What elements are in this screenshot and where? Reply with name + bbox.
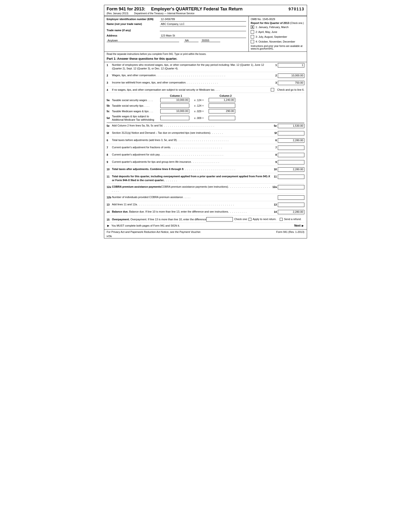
line-1-amount[interactable]: 1 <box>278 63 304 67</box>
address-row: Address 123 Main St <box>107 34 246 38</box>
line-9-row: 9 Current quarter's adjustments for tips… <box>107 160 304 166</box>
line-11-row: 11 Total deposits for this quarter, incl… <box>107 175 304 183</box>
line-5f-desc: Section 3121(q) Notice and Demand – Tax … <box>112 131 272 135</box>
quarter-2-checkbox[interactable] <box>251 30 254 34</box>
col2-header: Column 2 <box>211 94 240 97</box>
line-15-checkone: Check one: Apply to next return. Send a … <box>234 218 301 221</box>
rev-date: (Rev. January 2013) <box>107 12 128 15</box>
line-8-row: 8 Current quarter's adjustment for sick … <box>107 153 304 159</box>
line-5f-amount[interactable] <box>278 131 304 135</box>
line-7-amount[interactable] <box>278 146 304 150</box>
lines-section: 1 Number of employees who received wages… <box>104 62 307 229</box>
name-value[interactable]: ABC Company, LLC <box>160 22 246 26</box>
form-number: Form 941 for 2013: <box>107 7 145 12</box>
line-5e-desc: Add Column 2 from lines 5a, 5b, 5c and 5… <box>112 124 272 127</box>
omb-number: OMB No. 1545-0029 <box>251 18 305 20</box>
line-12b-num: 12b <box>107 195 112 199</box>
quarter-3-checkbox[interactable] <box>251 35 254 38</box>
line-5c-row: 5c Taxable Medicare wages & tips . . . 1… <box>107 109 304 114</box>
quarter-3-label: 3: July, August, September <box>256 35 287 38</box>
line-12b-row: 12b Number of individuals provided COBRA… <box>107 195 304 201</box>
employer-info-panel: Employer identification number (EIN) 12-… <box>104 16 249 51</box>
line-5a-num: 5a <box>107 99 112 102</box>
form-header: Form 941 for 2013: Employer's QUARTERLY … <box>104 5 307 16</box>
line-5a-desc: Taxable social security wages . . . . <box>112 98 160 102</box>
line-8-amount[interactable] <box>278 153 304 157</box>
next-button[interactable]: Next ► <box>294 224 304 228</box>
line-4-checkbox[interactable] <box>271 88 274 91</box>
line-14-amount[interactable]: 2,280.00 <box>278 210 304 214</box>
line-5b-col2[interactable] <box>209 104 235 108</box>
line-4-row: 4 If no wages, tips, and other compensat… <box>107 88 304 93</box>
line-1-desc: Number of employees who received wages, … <box>112 63 272 71</box>
report-header: Report for this Quarter of 2013 (Check o… <box>251 21 305 24</box>
ein-value[interactable]: 12-3456789 <box>160 18 246 21</box>
city-value[interactable]: Anytown <box>107 39 179 42</box>
quarter-3-row[interactable]: 3: July, August, September <box>251 35 305 38</box>
form-rev: Form 941 (Rev. 1-2013) <box>276 230 304 233</box>
line-6-amount[interactable]: 2,280.00 <box>278 138 304 143</box>
part1-heading: Part 1: Answer these questions for this … <box>107 57 304 60</box>
line-5d-row: 5d Taxable wages & tips subject to Addit… <box>107 115 304 122</box>
line-14-ref: 14 <box>272 210 278 213</box>
line-12a-ref: 12a <box>272 185 278 188</box>
name-label: Name (not your trade name) <box>107 22 160 25</box>
quarter-1-row[interactable]: X 1: January, February, March <box>251 25 305 29</box>
line-5f-row: 5f Section 3121(q) Notice and Demand – T… <box>107 131 304 137</box>
line-5b-multiplier: x .124 = <box>189 104 209 107</box>
line-15-opt1-checkbox[interactable] <box>249 218 252 221</box>
trade-value[interactable] <box>160 27 246 31</box>
line-1-num: 1 <box>107 63 112 66</box>
line-13-ref: 13 <box>272 203 278 206</box>
line-5e-num: 5e <box>107 124 112 127</box>
line-14-num: 14 <box>107 210 112 213</box>
line-15-row: 15 Overpayment. Overpayment. If line 13 … <box>107 217 304 223</box>
line-12b-amount[interactable] <box>278 195 304 200</box>
quarter-2-label: 2: April, May, June <box>256 30 277 33</box>
line-3-amount[interactable]: 750.00 <box>278 81 304 85</box>
line-5f-num: 5f <box>107 131 112 134</box>
line-5c-col1[interactable]: 10,000.00 <box>160 109 189 114</box>
line-6-ref: 6 <box>272 138 278 142</box>
state-value[interactable]: NA <box>184 39 198 42</box>
privacy-text: For Privacy Act and Paperwork Reduction … <box>107 230 201 233</box>
line-5d-desc: Taxable wages & tips subject to Addition… <box>112 115 160 122</box>
line-3-row: 3 Income tax withheld from wages, tips, … <box>107 81 304 86</box>
line-12b-desc: Number of individuals provided COBRA pre… <box>112 195 278 199</box>
line-10-ref: 10 <box>272 167 278 171</box>
line-5a-col2[interactable]: 1,240.00 <box>209 98 235 102</box>
line-15-opt2-checkbox[interactable] <box>280 218 283 221</box>
irs-link-note: Instructions and prior year forms are av… <box>251 45 305 50</box>
quarter-2-row[interactable]: 2: April, May, June <box>251 30 305 34</box>
line-13-amount[interactable] <box>278 203 304 207</box>
address-value[interactable]: 123 Main St <box>160 34 246 38</box>
zip-value[interactable]: 55555 <box>201 39 220 42</box>
line-5c-num: 5c <box>107 110 112 113</box>
line-15-amount[interactable] <box>206 217 233 221</box>
line-8-ref: 8 <box>272 153 278 156</box>
line-5a-col1[interactable]: 10,000.00 <box>160 98 189 102</box>
next-arrow-icon: ► <box>301 224 304 228</box>
quarter-1-checkbox[interactable]: X <box>251 25 254 29</box>
line-5d-num: 5d <box>107 116 112 119</box>
line-5b-col1[interactable] <box>160 104 189 108</box>
line-15-desc: Overpayment. Overpayment. If line 13 is … <box>112 218 206 221</box>
line-5e-amount[interactable]: 1,530.00 <box>278 124 304 128</box>
line-10-amount[interactable]: 2,280.00 <box>278 167 304 172</box>
line-5d-col2[interactable] <box>209 116 235 120</box>
line-11-amount[interactable] <box>278 175 304 179</box>
quarter-4-row[interactable]: 4: October, November, December <box>251 40 305 43</box>
line-9-desc: Current quarter's adjustments for tips a… <box>112 160 272 164</box>
line-5c-col2[interactable]: 290.00 <box>209 109 235 114</box>
line-5d-col1[interactable] <box>160 116 189 120</box>
col-headers: Column 1 Column 2 <box>112 94 304 97</box>
line-11-desc: Total deposits for this quarter, includi… <box>112 175 272 182</box>
line-1-ref: 1 <box>272 63 278 66</box>
sign-arrow: ► <box>107 224 110 228</box>
line-2-amount[interactable]: 10,000.00 <box>278 74 304 78</box>
quarter-4-checkbox[interactable] <box>251 40 254 43</box>
ein-label: Employer identification number (EIN) <box>107 18 160 20</box>
line-12a-amount[interactable] <box>278 185 304 189</box>
line-3-ref: 3 <box>272 81 278 84</box>
line-9-amount[interactable] <box>278 160 304 164</box>
